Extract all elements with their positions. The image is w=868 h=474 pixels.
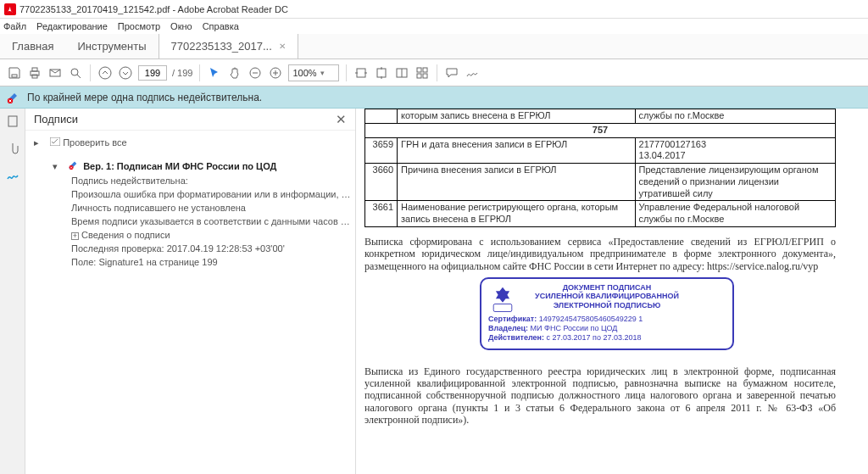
svg-rect-27 xyxy=(493,304,512,311)
document-view[interactable]: которым запись внесена в ЕГРЮЛслужбы по … xyxy=(356,109,868,474)
tab-tools[interactable]: Инструменты xyxy=(65,34,158,59)
paragraph: Выписка сформирована с использованием се… xyxy=(364,236,836,272)
panel-header: Подписи ✕ xyxy=(25,109,355,131)
svg-rect-15 xyxy=(357,69,365,77)
separator xyxy=(90,64,91,81)
alert-text: По крайней мере одна подпись недействите… xyxy=(27,92,262,103)
fit-page-icon[interactable] xyxy=(374,65,389,81)
invalid-label: Подпись недействительна: xyxy=(34,174,353,187)
menu-help[interactable]: Справка xyxy=(203,21,239,31)
window-title: 7702235133_20170419_121542.pdf - Adobe A… xyxy=(19,4,288,14)
svg-rect-19 xyxy=(417,68,421,72)
left-rail xyxy=(0,109,25,474)
window-title-bar: 7702235133_20170419_121542.pdf - Adobe A… xyxy=(0,0,868,19)
menu-window[interactable]: Окно xyxy=(170,21,192,31)
panel-title: Подписи xyxy=(34,113,78,125)
menu-bar: Файл Редактирование Просмотр Окно Справк… xyxy=(0,19,868,34)
thumbnails-icon[interactable] xyxy=(5,114,20,129)
pen-invalid-icon xyxy=(7,92,22,103)
field-line: Поле: Signature1 на странице 199 xyxy=(34,255,353,269)
close-icon[interactable]: ✕ xyxy=(279,42,286,51)
error-line: Произошла ошибка при форматировании или … xyxy=(34,187,353,201)
acrobat-icon xyxy=(4,3,16,15)
page-number-input[interactable] xyxy=(138,65,167,81)
mail-icon[interactable] xyxy=(47,65,63,81)
svg-line-7 xyxy=(77,75,81,78)
table-row: 3659ГРН и дата внесения записи в ЕГРЮЛ21… xyxy=(365,137,836,164)
tab-bar: Главная Инструменты 7702235133_2017... ✕ xyxy=(0,34,868,59)
table-row: которым запись внесена в ЕГРЮЛслужбы по … xyxy=(365,109,836,124)
print-icon[interactable] xyxy=(27,65,42,81)
separator xyxy=(437,64,437,81)
attachments-icon[interactable] xyxy=(5,141,20,156)
page-total: / 199 xyxy=(172,68,192,78)
toolbar: / 199 100% xyxy=(0,59,868,86)
svg-rect-21 xyxy=(417,74,421,78)
signatures-icon[interactable] xyxy=(5,168,20,183)
page-up-icon[interactable] xyxy=(97,65,113,81)
paragraph: Выписка из Единого государственного реес… xyxy=(364,365,836,427)
separator xyxy=(199,64,200,81)
menu-edit[interactable]: Редактирование xyxy=(36,21,108,31)
save-icon[interactable] xyxy=(7,65,22,81)
svg-point-6 xyxy=(71,69,78,75)
zoom-out-icon[interactable] xyxy=(248,65,263,81)
svg-point-9 xyxy=(120,67,131,79)
fit-width-icon[interactable] xyxy=(353,65,369,81)
signatures-panel: Подписи ✕ ▸ Проверить все ▾ Вер. 1: Подп… xyxy=(25,109,356,474)
signature-version-row[interactable]: ▾ Вер. 1: Подписан МИ ФНС России по ЦОД xyxy=(34,159,353,174)
svg-rect-1 xyxy=(12,75,17,77)
signature-stamp: ДОКУМЕНТ ПОДПИСАН УСИЛЕННОЙ КВАЛИФИЦИРОВ… xyxy=(480,277,734,350)
table-row: 3660Причина внесения записи в ЕГРЮЛПредс… xyxy=(365,164,836,201)
tab-home[interactable]: Главная xyxy=(0,34,65,59)
menu-file[interactable]: Файл xyxy=(3,21,26,31)
collapse-icon[interactable]: ▾ xyxy=(53,161,66,172)
svg-rect-16 xyxy=(377,69,386,77)
signature-alert: По крайней мере одна подпись недействите… xyxy=(0,86,868,109)
search-icon[interactable] xyxy=(68,65,83,81)
table-row: 3661Наименование регистрирующего органа,… xyxy=(365,201,836,227)
error-line: Время подписи указывается в соответствии… xyxy=(34,215,353,228)
page-down-icon[interactable] xyxy=(118,65,133,81)
zoom-select[interactable]: 100% xyxy=(288,64,338,81)
error-line: Личность подписавшего не установлена xyxy=(34,201,353,215)
verify-all-row[interactable]: ▸ Проверить все xyxy=(34,136,353,150)
tree-badge-icon xyxy=(50,137,63,148)
svg-point-8 xyxy=(99,67,111,79)
menu-view[interactable]: Просмотр xyxy=(118,21,160,31)
read-mode-icon[interactable] xyxy=(394,65,409,81)
sign-icon[interactable] xyxy=(465,65,480,81)
separator xyxy=(346,64,347,81)
last-check: Последняя проверка: 2017.04.19 12:28:53 … xyxy=(34,242,353,255)
pen-invalid-small-icon xyxy=(69,161,83,171)
expand-icon[interactable]: + xyxy=(71,232,79,240)
hand-icon[interactable] xyxy=(227,65,242,81)
view-mode-icon[interactable] xyxy=(415,65,430,81)
section-row: 757 xyxy=(365,123,836,137)
emblem-icon xyxy=(487,284,519,316)
tab-document[interactable]: 7702235133_2017... ✕ xyxy=(159,34,298,59)
close-panel-icon[interactable]: ✕ xyxy=(336,112,347,127)
tree-icon: ▸ xyxy=(34,137,47,148)
comment-icon[interactable] xyxy=(444,65,459,81)
svg-rect-20 xyxy=(423,68,427,72)
main-area: Подписи ✕ ▸ Проверить все ▾ Вер. 1: Подп… xyxy=(0,109,868,474)
svg-rect-24 xyxy=(8,116,17,126)
details-row[interactable]: + Сведения о подписи xyxy=(34,228,353,242)
svg-rect-3 xyxy=(32,68,37,71)
svg-rect-22 xyxy=(423,74,427,78)
data-table: которым запись внесена в ЕГРЮЛслужбы по … xyxy=(364,109,836,227)
zoom-in-icon[interactable] xyxy=(268,65,283,81)
arrow-cursor-icon[interactable] xyxy=(207,65,222,81)
